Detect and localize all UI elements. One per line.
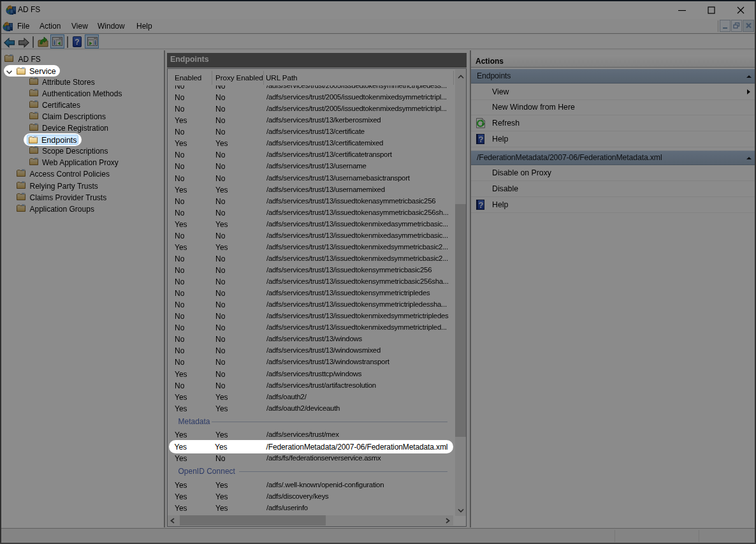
svg-text:?: ? [479,135,484,144]
svg-text:?: ? [75,38,79,47]
svg-text:?: ? [479,200,484,210]
